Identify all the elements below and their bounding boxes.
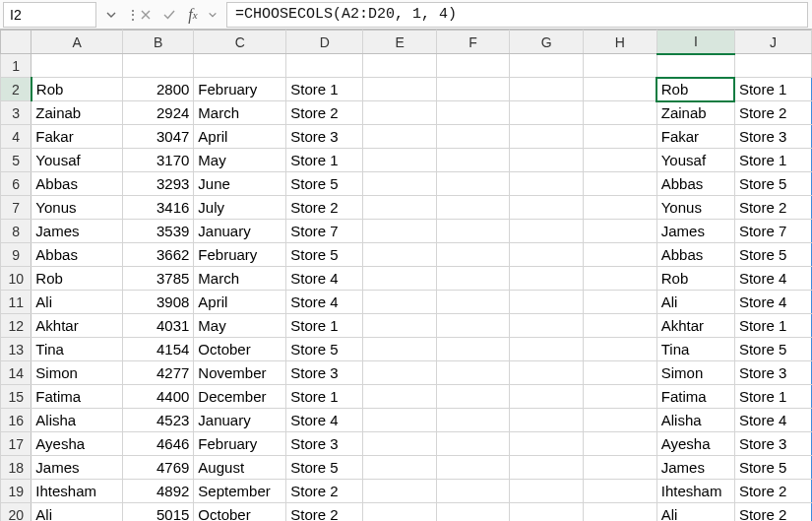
cell-G18[interactable]	[510, 456, 584, 480]
cell-J13[interactable]: Store 5	[734, 338, 811, 361]
cell-E11[interactable]	[363, 291, 437, 314]
cell-J8[interactable]: Store 7	[734, 220, 811, 243]
cell-F15[interactable]	[436, 385, 510, 409]
cell-J9[interactable]: Store 5	[734, 243, 811, 267]
cell-A9[interactable]: Abbas	[31, 243, 123, 267]
row-header-9[interactable]: 9	[1, 243, 31, 267]
cell-J5[interactable]: Store 1	[734, 149, 811, 172]
cell-E6[interactable]	[363, 172, 437, 196]
cell-H16[interactable]	[584, 409, 657, 432]
cell-B3[interactable]: 2924	[123, 101, 194, 125]
cell-H2[interactable]	[584, 78, 657, 101]
row-header-15[interactable]: 15	[1, 385, 31, 409]
cell-C12[interactable]: May	[194, 314, 286, 338]
row-header-11[interactable]: 11	[1, 291, 31, 314]
cell-B19[interactable]: 4892	[123, 480, 194, 503]
cell-D15[interactable]: Store 1	[286, 385, 363, 409]
cell-F16[interactable]	[436, 409, 510, 432]
cell-H18[interactable]	[584, 456, 657, 480]
cell-J3[interactable]: Store 2	[734, 101, 811, 125]
cell-F18[interactable]	[436, 456, 510, 480]
cell-G9[interactable]	[510, 243, 584, 267]
cell-A16[interactable]: Alisha	[31, 409, 123, 432]
cell-A7[interactable]: Yonus	[31, 196, 123, 220]
cell-H14[interactable]	[584, 361, 657, 385]
cell-C18[interactable]: August	[194, 456, 286, 480]
cell-A19[interactable]: Ihtesham	[31, 480, 123, 503]
cell-C16[interactable]: January	[194, 409, 286, 432]
cell-D3[interactable]: Store 2	[286, 101, 363, 125]
cell-F13[interactable]	[436, 338, 510, 361]
row-header-16[interactable]: 16	[1, 409, 31, 432]
cell-A3[interactable]: Zainab	[31, 101, 123, 125]
row-header-18[interactable]: 18	[1, 456, 31, 480]
cell-E2[interactable]	[363, 78, 437, 101]
cell-G1[interactable]	[510, 54, 584, 78]
cell-I15[interactable]: Fatima	[656, 385, 734, 409]
row-header-2[interactable]: 2	[1, 78, 31, 101]
cell-E17[interactable]	[363, 432, 437, 456]
cell-A6[interactable]: Abbas	[31, 172, 123, 196]
cell-C5[interactable]: May	[194, 149, 286, 172]
cell-C3[interactable]: March	[194, 101, 286, 125]
row-header-4[interactable]: 4	[1, 125, 31, 149]
cell-E18[interactable]	[363, 456, 437, 480]
cell-I7[interactable]: Yonus	[656, 196, 734, 220]
cell-H3[interactable]	[584, 101, 657, 125]
row-header-7[interactable]: 7	[1, 196, 31, 220]
cell-H6[interactable]	[584, 172, 657, 196]
cell-C7[interactable]: July	[194, 196, 286, 220]
cell-C11[interactable]: April	[194, 291, 286, 314]
cell-C20[interactable]: October	[194, 503, 286, 522]
cell-E14[interactable]	[363, 361, 437, 385]
cell-F10[interactable]	[436, 267, 510, 291]
cell-G8[interactable]	[510, 220, 584, 243]
cell-I13[interactable]: Tina	[656, 338, 734, 361]
cell-B1[interactable]	[123, 54, 194, 78]
enter-button[interactable]	[157, 3, 181, 27]
cell-J15[interactable]: Store 1	[734, 385, 811, 409]
cell-C6[interactable]: June	[194, 172, 286, 196]
cell-E15[interactable]	[363, 385, 437, 409]
row-header-5[interactable]: 5	[1, 149, 31, 172]
cell-F19[interactable]	[436, 480, 510, 503]
cell-H1[interactable]	[584, 54, 657, 78]
cell-J11[interactable]: Store 4	[734, 291, 811, 314]
cell-G17[interactable]	[510, 432, 584, 456]
formula-dropdown[interactable]	[205, 3, 220, 27]
cell-I3[interactable]: Zainab	[656, 101, 734, 125]
cell-G6[interactable]	[510, 172, 584, 196]
cell-B20[interactable]: 5015	[123, 503, 194, 522]
cell-H10[interactable]	[584, 267, 657, 291]
cell-G4[interactable]	[510, 125, 584, 149]
cell-I12[interactable]: Akhtar	[656, 314, 734, 338]
cell-A4[interactable]: Fakar	[31, 125, 123, 149]
cell-G13[interactable]	[510, 338, 584, 361]
cell-C14[interactable]: November	[194, 361, 286, 385]
cell-F8[interactable]	[436, 220, 510, 243]
cell-J10[interactable]: Store 4	[734, 267, 811, 291]
cell-B5[interactable]: 3170	[123, 149, 194, 172]
cell-E13[interactable]	[363, 338, 437, 361]
cell-F11[interactable]	[436, 291, 510, 314]
cell-A1[interactable]	[31, 54, 123, 78]
row-header-12[interactable]: 12	[1, 314, 31, 338]
cell-A8[interactable]: James	[31, 220, 123, 243]
cell-H20[interactable]	[584, 503, 657, 522]
cell-H9[interactable]	[584, 243, 657, 267]
cell-E4[interactable]	[363, 125, 437, 149]
row-header-10[interactable]: 10	[1, 267, 31, 291]
cell-D11[interactable]: Store 4	[286, 291, 363, 314]
cell-I8[interactable]: James	[656, 220, 734, 243]
cell-B12[interactable]: 4031	[123, 314, 194, 338]
cell-D2[interactable]: Store 1	[286, 78, 363, 101]
cell-C15[interactable]: December	[194, 385, 286, 409]
cell-F17[interactable]	[436, 432, 510, 456]
cell-J20[interactable]: Store 2	[734, 503, 811, 522]
cell-F1[interactable]	[436, 54, 510, 78]
cell-I17[interactable]: Ayesha	[656, 432, 734, 456]
cell-F14[interactable]	[436, 361, 510, 385]
cell-D12[interactable]: Store 1	[286, 314, 363, 338]
cell-G20[interactable]	[510, 503, 584, 522]
column-header-J[interactable]: J	[734, 31, 811, 54]
